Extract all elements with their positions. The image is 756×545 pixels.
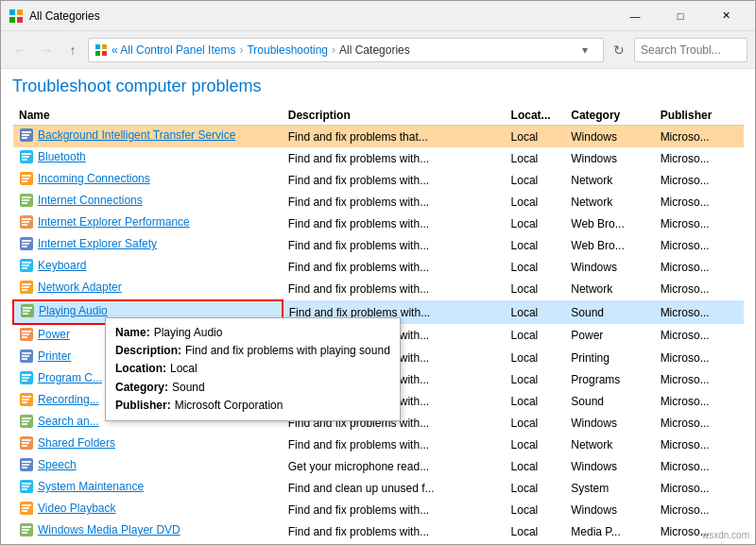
table-row[interactable]: Internet Explorer PerformanceFind and fi… — [13, 213, 744, 234]
col-header-name[interactable]: Name — [13, 106, 283, 126]
nav-bar: ← → ↑ « All Control Panel Items › Troubl… — [1, 31, 755, 69]
svg-rect-81 — [22, 526, 31, 528]
tooltip-pub-value: Microsoft Corporation — [175, 397, 284, 415]
cell-desc: Find and fix problems with... — [283, 256, 506, 278]
svg-rect-3 — [17, 17, 23, 23]
cell-pub: Microsо... — [655, 300, 744, 324]
tooltip-desc-label: Description: — [115, 342, 181, 360]
table-row[interactable]: Background Intelligent Transfer ServiceF… — [13, 126, 744, 148]
table-row[interactable]: Incoming ConnectionsFind and fix problem… — [13, 169, 744, 191]
table-row[interactable]: Video PlaybackFind and fix problems with… — [13, 499, 744, 520]
cell-loc: Local — [506, 213, 566, 234]
table-row[interactable]: BluetoothFind and fix problems with...Lo… — [13, 147, 744, 169]
svg-rect-75 — [22, 488, 27, 490]
cell-cat: Web Bro... — [565, 213, 654, 234]
svg-rect-50 — [22, 355, 29, 357]
table-row[interactable]: SpeechGet your microphone read...LocalWi… — [13, 455, 744, 477]
cell-name: Bluetooth — [13, 147, 283, 169]
col-header-loc[interactable]: Locat... — [506, 106, 566, 126]
cell-loc: Local — [506, 434, 566, 455]
cell-cat: Windows — [565, 126, 654, 148]
tooltip-desc-value: Find and fix problems with playing sound — [185, 342, 390, 360]
cell-cat: Printing — [565, 347, 654, 368]
close-button[interactable]: ✕ — [704, 1, 747, 31]
tooltip-pub-label: Publisher: — [115, 397, 171, 415]
cell-desc: Find and fix problems with... — [283, 147, 506, 169]
cell-loc: Local — [506, 542, 566, 544]
table-row[interactable]: Network AdapterFind and fix problems wit… — [13, 278, 744, 300]
cell-loc: Local — [506, 390, 566, 412]
refresh-button[interactable]: ↻ — [608, 39, 630, 61]
search-input[interactable] — [634, 38, 747, 62]
cell-pub: Microsо... — [655, 234, 744, 256]
cell-pub: Microsо... — [655, 347, 744, 368]
svg-rect-55 — [22, 380, 27, 382]
table-row[interactable]: Windows Media Player LibraryFind and fix… — [13, 542, 744, 544]
table-row[interactable]: Internet Explorer SafetyFind and fix pro… — [13, 234, 744, 256]
svg-rect-54 — [22, 377, 29, 379]
table-row[interactable]: Internet ConnectionsFind and fix problem… — [13, 191, 744, 213]
cell-name: Internet Connections — [13, 191, 283, 213]
svg-rect-51 — [22, 358, 27, 360]
cell-pub: Microsо... — [655, 278, 744, 300]
window-icon — [9, 9, 24, 24]
content-area: Troubleshoot computer problems Name Desc… — [1, 69, 755, 544]
tooltip-name-value: Playing Audio — [154, 324, 223, 342]
svg-rect-15 — [22, 159, 27, 161]
svg-rect-35 — [22, 267, 27, 269]
address-sep1: › — [239, 43, 243, 57]
cell-cat: Programs — [565, 368, 654, 390]
tooltip-cat-value: Sound — [172, 379, 205, 397]
up-button[interactable]: ↑ — [61, 39, 84, 61]
table-row[interactable]: System MaintenanceFind and clean up unus… — [13, 477, 744, 499]
table-row[interactable]: KeyboardFind and fix problems with...Loc… — [13, 256, 744, 278]
cell-desc: Find and fix problems with... — [283, 191, 506, 213]
maximize-button[interactable]: □ — [659, 1, 702, 31]
address-prefix[interactable]: « All Control Panel Items — [112, 43, 235, 57]
svg-rect-61 — [22, 417, 31, 419]
cell-loc: Local — [506, 520, 566, 542]
cell-cat: Network — [565, 434, 654, 455]
cell-loc: Local — [506, 234, 566, 256]
table-row[interactable]: Shared FoldersFind and fix problems with… — [13, 434, 744, 455]
address-current: All Categories — [339, 43, 410, 57]
svg-rect-65 — [22, 439, 31, 441]
svg-rect-59 — [22, 401, 27, 403]
svg-rect-45 — [22, 331, 31, 332]
svg-rect-39 — [22, 289, 27, 291]
cell-loc: Local — [506, 347, 566, 368]
svg-rect-7 — [102, 51, 107, 56]
col-header-pub[interactable]: Publisher — [655, 106, 744, 126]
back-button[interactable]: ← — [9, 39, 31, 61]
svg-rect-14 — [22, 156, 29, 158]
forward-button[interactable]: → — [35, 39, 58, 61]
svg-rect-43 — [23, 313, 28, 315]
col-header-cat[interactable]: Category — [565, 106, 654, 126]
cell-cat: System — [565, 477, 654, 499]
col-header-desc[interactable]: Description — [283, 106, 506, 126]
minimize-button[interactable]: — — [613, 1, 657, 31]
address-dropdown-icon[interactable]: ▾ — [582, 43, 597, 57]
svg-rect-37 — [22, 283, 31, 285]
cell-name: Windows Media Player DVD — [13, 520, 283, 542]
window-title: All Categories — [29, 9, 613, 23]
svg-rect-67 — [22, 445, 27, 447]
address-mid[interactable]: Troubleshooting — [247, 43, 328, 57]
address-text: « All Control Panel Items › Troubleshoot… — [112, 43, 578, 57]
svg-rect-10 — [22, 134, 29, 136]
cell-pub: Microsо... — [655, 477, 744, 499]
svg-rect-66 — [22, 442, 29, 444]
cell-desc: Find and fix problems with... — [283, 278, 506, 300]
cell-cat: Windows — [565, 412, 654, 434]
cell-desc: Find and fix problems that... — [283, 126, 506, 148]
cell-pub: Microsо... — [655, 126, 744, 148]
cell-loc: Local — [506, 477, 566, 499]
address-sep2: › — [332, 43, 335, 57]
table-row[interactable]: Windows Media Player DVDFind and fix pro… — [13, 520, 744, 542]
cell-name: Windows Media Player Library — [13, 542, 283, 544]
cell-pub: Microsо... — [655, 147, 744, 169]
svg-rect-46 — [22, 333, 29, 335]
cell-name: Network Adapter — [13, 278, 283, 300]
svg-rect-27 — [22, 224, 27, 226]
svg-rect-71 — [22, 467, 27, 468]
